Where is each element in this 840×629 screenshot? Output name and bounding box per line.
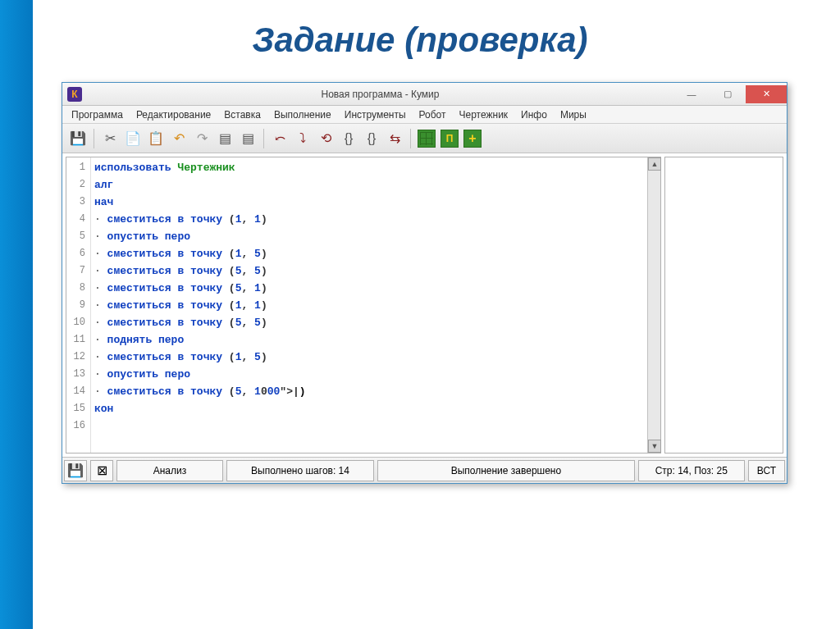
- separator: [410, 129, 411, 148]
- menu-program[interactable]: Программа: [66, 107, 129, 122]
- step-back-icon[interactable]: ⤺: [269, 128, 290, 149]
- pi-icon[interactable]: [441, 130, 459, 148]
- menu-worlds[interactable]: Миры: [555, 107, 592, 122]
- kumir-window: К Новая программа - Кумир — ▢ ✕ Программ…: [62, 82, 788, 484]
- doc1-icon[interactable]: ▤: [214, 128, 235, 149]
- workspace: 12345678910111213141516 использовать Чер…: [62, 153, 787, 457]
- scroll-up-icon[interactable]: ▲: [648, 157, 661, 171]
- status-state: Выполнение завершено: [377, 460, 635, 481]
- side-panel: [664, 157, 783, 454]
- presentation-sidebar: [0, 0, 33, 629]
- redo-icon[interactable]: ↷: [191, 128, 212, 149]
- vertical-scrollbar[interactable]: ▲ ▼: [647, 157, 660, 453]
- copy-icon[interactable]: 📄: [122, 128, 144, 149]
- menu-insert[interactable]: Вставка: [218, 107, 267, 122]
- separator: [94, 129, 94, 148]
- menu-edit[interactable]: Редактирование: [130, 107, 217, 122]
- titlebar: К Новая программа - Кумир — ▢ ✕: [62, 83, 787, 106]
- toolbar: 💾 ✂ 📄 📋 ↶ ↷ ▤ ▤ ⤺ ⤵ ⟲ {} {} ⇆: [62, 124, 787, 153]
- maximize-button[interactable]: ▢: [710, 85, 746, 103]
- status-analyze[interactable]: Анализ: [116, 460, 223, 481]
- undo-icon[interactable]: ↶: [168, 128, 189, 149]
- window-controls: — ▢ ✕: [673, 85, 787, 103]
- step-down-icon[interactable]: ⤵: [292, 128, 313, 149]
- close-button[interactable]: ✕: [746, 85, 787, 103]
- plus-icon[interactable]: [463, 130, 482, 148]
- slide-title: Задание (проверка): [0, 0, 840, 76]
- cut-icon[interactable]: ✂: [99, 128, 121, 149]
- menu-robot[interactable]: Робот: [413, 107, 452, 122]
- status-stop-icon[interactable]: ⊠: [90, 460, 113, 481]
- line-gutter: 12345678910111213141516: [66, 157, 91, 453]
- status-save-icon[interactable]: 💾: [64, 460, 87, 481]
- statusbar: 💾 ⊠ Анализ Выполнено шагов: 14 Выполнени…: [62, 457, 787, 483]
- status-mode: ВСТ: [748, 460, 785, 481]
- menu-drawer[interactable]: Чертежник: [454, 107, 514, 122]
- editor-pane: 12345678910111213141516 использовать Чер…: [66, 157, 661, 454]
- menu-tools[interactable]: Инструменты: [339, 107, 412, 122]
- doc2-icon[interactable]: ▤: [237, 128, 258, 149]
- menu-run[interactable]: Выполнение: [268, 107, 337, 122]
- swap-icon[interactable]: ⇆: [384, 128, 405, 149]
- scroll-down-icon[interactable]: ▼: [648, 440, 661, 453]
- braces2-icon[interactable]: {}: [361, 128, 382, 149]
- paste-icon[interactable]: 📋: [145, 128, 167, 149]
- window-title: Новая программа - Кумир: [87, 89, 673, 100]
- status-position: Стр: 14, Поз: 25: [638, 460, 745, 481]
- menu-info[interactable]: Инфо: [515, 107, 553, 122]
- status-steps: Выполнено шагов: 14: [226, 460, 374, 481]
- braces1-icon[interactable]: {}: [338, 128, 359, 149]
- menubar: Программа Редактирование Вставка Выполне…: [62, 106, 787, 124]
- separator: [263, 129, 264, 148]
- grid-icon[interactable]: [418, 130, 436, 148]
- code-editor[interactable]: использовать Чертежникалгнач· сместиться…: [91, 157, 647, 453]
- minimize-button[interactable]: —: [673, 85, 710, 103]
- save-icon[interactable]: 💾: [67, 128, 89, 149]
- loop1-icon[interactable]: ⟲: [315, 128, 336, 149]
- app-icon: К: [67, 87, 82, 102]
